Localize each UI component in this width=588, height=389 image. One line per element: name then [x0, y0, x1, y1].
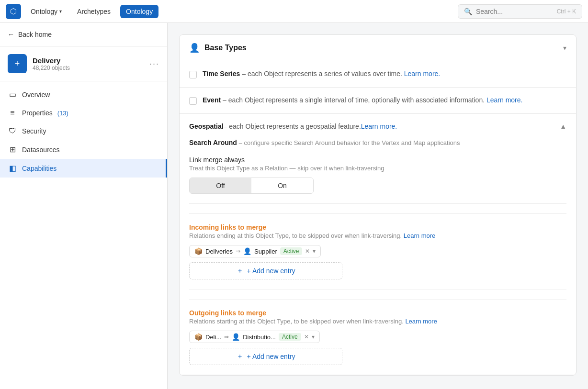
sidebar-item-overview[interactable]: ▭ Overview [0, 85, 167, 104]
workspace-info: Delivery 48,220 objects [33, 56, 144, 71]
datasources-icon: ⊞ [8, 145, 17, 154]
chevron-down-icon: ▾ [59, 9, 62, 14]
base-types-panel: 👤 Base Types ▾ Time Series – each Object… [179, 34, 577, 376]
sidebar-item-properties[interactable]: ≡ Properties (13) [0, 104, 167, 122]
overview-icon: ▭ [8, 90, 17, 99]
incoming-learn-more[interactable]: Learn more [404, 232, 435, 239]
plus-icon-2: ＋ [237, 352, 243, 361]
sidebar-item-security[interactable]: 🛡 Security [0, 122, 167, 140]
properties-icon: ≡ [8, 109, 17, 117]
geospatial-learn-more[interactable]: Learn more. [361, 122, 397, 130]
outgoing-links-tags: 📦 Deli... ⇒ 👤 Distributio... Active ✕ ▾ [189, 331, 566, 343]
search-shortcut: Ctrl + K [557, 8, 576, 15]
geospatial-header-left: Geospatial – each Object represents a ge… [189, 122, 397, 130]
sidebar-item-capabilities[interactable]: ◧ Capabilities [0, 159, 167, 178]
search-around-desc: – configure specific Search Around behav… [239, 139, 460, 146]
incoming-target: Supplier [254, 248, 277, 255]
geospatial-card: Geospatial – each Object represents a ge… [180, 114, 576, 375]
sidebar-nav: ▭ Overview ≡ Properties (13) 🛡 Security … [0, 81, 167, 181]
panel-header-left: 👤 Base Types [189, 43, 247, 53]
panel-collapse-chevron[interactable]: ▾ [563, 44, 566, 52]
search-around-title: Search Around [189, 139, 237, 146]
arrow-left-icon: ← [8, 31, 14, 38]
logo-icon: ⬡ [6, 4, 21, 19]
outgoing-learn-more[interactable]: Learn more [405, 318, 437, 325]
link-merge-toggle: Off On [189, 178, 314, 194]
sidebar-item-properties-label: Properties [22, 109, 53, 117]
toggle-off-option[interactable]: Off [190, 178, 251, 193]
geospatial-desc: – each Object represents a geospatial fe… [224, 122, 361, 130]
app-layout: ← Back home + Delivery 48,220 objects ··… [0, 23, 588, 389]
event-card: Event – each Object represents a single … [180, 88, 576, 114]
search-icon: 🔍 [464, 8, 472, 15]
incoming-add-entry-button[interactable]: ＋ + Add new entry [189, 262, 342, 279]
search-input[interactable] [476, 8, 553, 15]
event-checkbox[interactable] [189, 97, 197, 105]
toggle-on-option[interactable]: On [251, 178, 313, 193]
outgoing-links-label: Outgoing links to merge [189, 309, 566, 317]
incoming-source: Deliveries [205, 248, 233, 255]
incoming-links-desc: Relations ending at this Object Type, to… [189, 232, 566, 239]
incoming-links-section: Incoming links to merge Relations ending… [189, 213, 566, 279]
incoming-tag-chevron[interactable]: ▾ [313, 248, 316, 255]
outgoing-tag-chevron[interactable]: ▾ [312, 333, 315, 340]
sidebar: ← Back home + Delivery 48,220 objects ··… [0, 23, 168, 389]
outgoing-tag-badge: Active [279, 333, 301, 341]
workspace-header: + Delivery 48,220 objects ··· [0, 46, 167, 81]
time-series-learn-more[interactable]: Learn more. [404, 70, 440, 78]
distributio-icon: 👤 [232, 333, 240, 341]
divider-1 [189, 203, 566, 204]
deliveries-icon: 📦 [194, 247, 203, 255]
sidebar-item-security-label: Security [22, 127, 46, 135]
geospatial-name: Geospatial [189, 122, 224, 130]
outgoing-tag-deli: 📦 Deli... ⇒ 👤 Distributio... Active ✕ ▾ [189, 331, 320, 343]
geospatial-header[interactable]: Geospatial – each Object represents a ge… [180, 114, 576, 139]
event-content: Event – each Object represents a single … [203, 96, 566, 104]
sidebar-item-overview-label: Overview [22, 91, 50, 99]
link-merge-section: Link merge always Treat this Object Type… [189, 156, 566, 194]
archetypes-nav-button[interactable]: Archetypes [71, 5, 116, 18]
workspace-menu-button[interactable]: ··· [149, 59, 159, 69]
outgoing-arrow-icon: ⇒ [224, 333, 229, 340]
link-merge-label: Link merge always [189, 156, 566, 164]
deli-icon: 📦 [194, 333, 203, 341]
ontology-nav-button[interactable]: Ontology [120, 5, 158, 18]
incoming-tag-remove[interactable]: ✕ [305, 248, 310, 255]
event-desc: – each Object represents a single interv… [223, 96, 486, 104]
main-content: 👤 Base Types ▾ Time Series – each Object… [168, 23, 588, 389]
divider-2 [189, 289, 566, 289]
outgoing-target: Distributio... [243, 333, 276, 341]
supplier-icon: 👤 [243, 247, 251, 255]
ontology-dropdown-button[interactable]: Ontology ▾ [25, 5, 68, 18]
workspace-icon: + [8, 54, 27, 73]
workspace-name: Delivery [33, 56, 144, 65]
incoming-tag-badge: Active [280, 247, 303, 255]
workspace-count: 48,220 objects [33, 65, 144, 71]
panel-title: Base Types [204, 44, 247, 52]
shield-icon: 🛡 [8, 127, 17, 135]
panel-icon: 👤 [189, 43, 200, 53]
search-around-section: Search Around – configure specific Searc… [189, 139, 566, 146]
time-series-desc: – each Object represents a series of val… [242, 70, 404, 78]
outgoing-links-section: Outgoing links to merge Relations starti… [189, 299, 566, 365]
sidebar-item-datasources-label: Datasources [22, 146, 60, 154]
time-series-checkbox[interactable] [189, 71, 197, 78]
sidebar-item-capabilities-label: Capabilities [22, 165, 57, 172]
outgoing-source: Deli... [205, 333, 221, 341]
event-learn-more[interactable]: Learn more. [486, 96, 522, 104]
properties-badge: (13) [57, 110, 68, 117]
plus-icon: ＋ [237, 267, 243, 275]
incoming-links-label: Incoming links to merge [189, 223, 566, 231]
outgoing-links-desc: Relations starting at this Object Type, … [189, 318, 566, 325]
incoming-tag-deliveries: 📦 Deliveries ⇒ 👤 Supplier Active ✕ ▾ [189, 245, 321, 257]
back-home-button[interactable]: ← Back home [0, 23, 167, 46]
time-series-content: Time Series – each Object represents a s… [203, 70, 566, 78]
link-arrow-icon: ⇒ [236, 248, 240, 255]
panel-header: 👤 Base Types ▾ [180, 35, 576, 61]
geospatial-body: Search Around – configure specific Searc… [180, 139, 576, 375]
sidebar-item-datasources[interactable]: ⊞ Datasources [0, 140, 167, 159]
outgoing-tag-remove[interactable]: ✕ [304, 333, 309, 340]
search-bar[interactable]: 🔍 Ctrl + K [458, 4, 582, 19]
capabilities-icon: ◧ [8, 164, 17, 173]
outgoing-add-entry-button[interactable]: ＋ + Add new entry [189, 348, 342, 365]
